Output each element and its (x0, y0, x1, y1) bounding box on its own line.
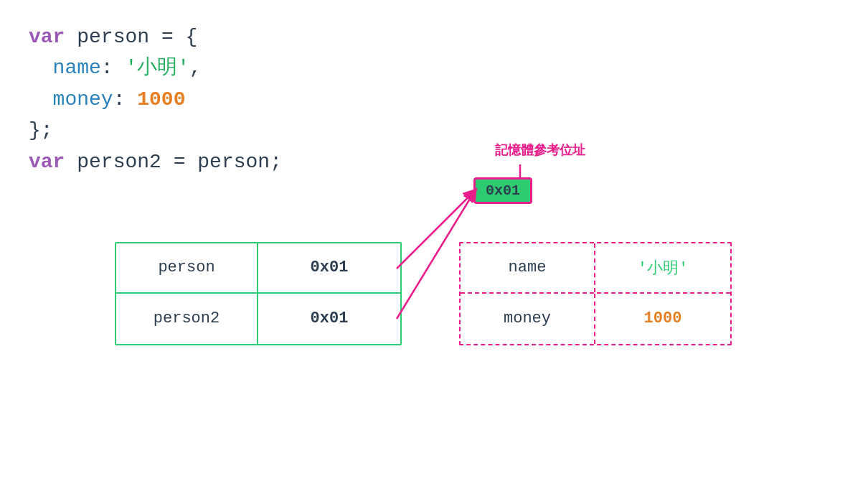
cell-var-person: person (116, 243, 258, 292)
prop-name: name (53, 57, 101, 79)
arrows-svg (29, 213, 29, 214)
comma-1: , (189, 57, 202, 79)
diagram: person 0x01 person2 0x01 記憶體參考位址 0x01 na… (29, 213, 839, 345)
code-line-3: money: 1000 (29, 84, 839, 115)
op-eq-1: = (161, 26, 174, 48)
memory-label: 記憶體參考位址 (495, 141, 585, 159)
brace-close: }; (29, 119, 53, 141)
val-money: 1000 (137, 88, 185, 111)
code-line-2: name: '小明', (29, 52, 839, 83)
cell-var-person2: person2 (116, 294, 258, 344)
table-row: person 0x01 (116, 243, 400, 294)
colon-1: : (101, 57, 113, 79)
table-row: money 1000 (461, 294, 730, 344)
var-person2: person2 (77, 151, 161, 173)
semi-1: ; (270, 151, 282, 173)
obj-table-wrapper: 記憶體參考位址 0x01 name '小明' money 1000 (459, 213, 732, 345)
code-block: var person = { name: '小明', money: 1000 }… (29, 22, 839, 177)
code-line-1: var person = { (29, 22, 839, 52)
addr-box: 0x01 (473, 177, 532, 204)
code-line-5: var person2 = person; (29, 146, 839, 177)
val-person-ref: person (197, 151, 270, 173)
op-eq-2: = (174, 151, 186, 173)
obj-table: name '小明' money 1000 (459, 242, 732, 345)
cell-addr-person2: 0x01 (258, 294, 400, 344)
brace-open: { (186, 26, 198, 48)
var-person: person (77, 26, 149, 48)
cell-prop-money: money (461, 294, 595, 344)
cell-val-money: 1000 (595, 294, 730, 344)
cell-val-name: '小明' (595, 243, 730, 292)
cell-addr-person: 0x01 (258, 243, 400, 292)
prop-money: money (53, 88, 113, 111)
table-row: name '小明' (461, 243, 730, 294)
colon-2: : (113, 88, 126, 111)
keyword-var-1: var (29, 26, 65, 48)
code-line-4: }; (29, 115, 839, 146)
val-name: '小明' (125, 57, 189, 79)
table-row: person2 0x01 (116, 294, 400, 344)
keyword-var-2: var (29, 151, 65, 173)
cell-prop-name: name (461, 243, 595, 292)
var-table: person 0x01 person2 0x01 (115, 242, 402, 345)
